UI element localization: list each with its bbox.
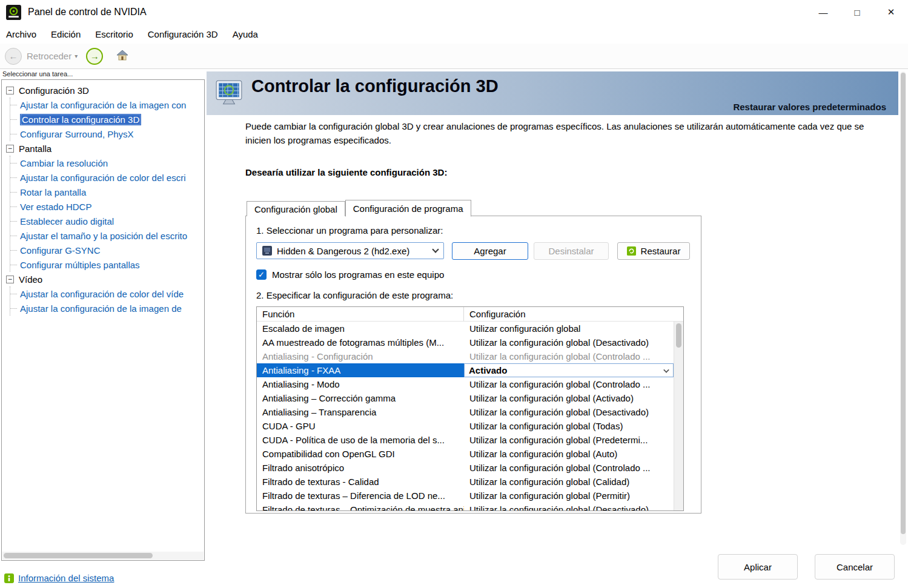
- function-cell[interactable]: AA muestreado de fotogramas múltiples (M…: [257, 335, 464, 349]
- setting-cell[interactable]: Utilizar la configuración global (Auto): [464, 447, 674, 461]
- back-history-dropdown[interactable]: ▾: [75, 53, 78, 59]
- setting-cell[interactable]: Utilizar la configuración global (Predet…: [464, 433, 674, 447]
- function-cell[interactable]: Antialiasing – Corrección gamma: [257, 391, 464, 405]
- setting-cell[interactable]: Utilizar la configuración global (Desact…: [464, 405, 674, 419]
- sidebar-item-imagen-video[interactable]: Ajustar la configuración de la imagen de: [10, 301, 204, 315]
- close-button[interactable]: ✕: [874, 0, 908, 24]
- minimize-button[interactable]: —: [806, 0, 840, 24]
- maximize-button[interactable]: □: [840, 0, 874, 24]
- sidebar-item-color-escritorio[interactable]: Ajustar la configuración de color del es…: [10, 170, 204, 185]
- function-cell[interactable]: CUDA - Política de uso de la memoria del…: [257, 433, 464, 447]
- setting-cell[interactable]: Utilizar la configuración global (Contro…: [464, 377, 674, 391]
- back-button-label[interactable]: Retroceder: [27, 51, 71, 61]
- table-row[interactable]: AA muestreado de fotogramas múltiples (M…: [257, 335, 683, 349]
- setting-cell[interactable]: Utilizar la configuración global (Contro…: [464, 349, 674, 363]
- add-button[interactable]: Agregar: [452, 242, 528, 260]
- setting-value-dropdown[interactable]: Activado: [464, 363, 674, 377]
- table-row[interactable]: Antialiasing – Corrección gamma Utilizar…: [257, 391, 683, 405]
- table-row[interactable]: CUDA - GPU Utilizar la configuración glo…: [257, 419, 683, 433]
- collapse-box-icon[interactable]: −: [6, 276, 14, 283]
- menu-item-ayuda[interactable]: Ayuda: [233, 29, 258, 39]
- function-cell[interactable]: Antialiasing - Configuración: [257, 349, 464, 363]
- tab-configuracion-global[interactable]: Configuración global: [247, 201, 345, 216]
- home-button[interactable]: [113, 48, 132, 65]
- table-row[interactable]: Filtrado de texturas – Optimización de m…: [257, 503, 683, 511]
- tree-section-label[interactable]: Vídeo: [19, 274, 42, 285]
- tree-section-label[interactable]: Pantalla: [19, 144, 51, 154]
- uninstall-button[interactable]: Desinstalar: [534, 242, 609, 260]
- setting-cell[interactable]: Utilizar la configuración global (Todas): [464, 419, 674, 433]
- program-select-combobox[interactable]: Hidden & Dangerous 2 (hd2.exe): [256, 242, 444, 259]
- function-cell[interactable]: Antialiasing – Transparencia: [257, 405, 464, 419]
- sidebar-item-label[interactable]: Ajustar la configuración de color del es…: [20, 173, 185, 183]
- table-row-disabled[interactable]: Antialiasing - Configuración Utilizar la…: [257, 349, 683, 363]
- tree-section-pantalla[interactable]: − Pantalla: [6, 141, 204, 156]
- column-header-funcion[interactable]: Función: [257, 307, 464, 321]
- sidebar-horizontal-scrollbar-thumb[interactable]: [4, 553, 153, 558]
- setting-cell[interactable]: Utilizar la configuración global (Contro…: [464, 461, 674, 475]
- sidebar-item-ver-estado-hdcp[interactable]: Ver estado HDCP: [10, 199, 204, 214]
- back-button[interactable]: ←: [5, 48, 22, 65]
- function-cell[interactable]: Filtrado de texturas - Calidad: [257, 475, 464, 489]
- setting-cell[interactable]: Utilizar la configuración global (Permit…: [464, 489, 674, 503]
- setting-cell[interactable]: Utilizar la configuración global (Activa…: [464, 391, 674, 405]
- tab-configuracion-de-programa[interactable]: Configuración de programa: [345, 200, 471, 217]
- table-row[interactable]: CUDA - Política de uso de la memoria del…: [257, 433, 683, 447]
- tree-section-label[interactable]: Configuración 3D: [19, 85, 89, 96]
- content-vertical-scrollbar-thumb[interactable]: [901, 73, 906, 534]
- sidebar-item-label-selected[interactable]: Controlar la configuración 3D: [20, 114, 141, 125]
- sidebar-item-label[interactable]: Ver estado HDCP: [20, 202, 91, 212]
- table-vertical-scrollbar-thumb[interactable]: [676, 323, 681, 348]
- sidebar-item-label[interactable]: Cambiar la resolución: [20, 158, 108, 168]
- setting-cell[interactable]: Utilizar la configuración global (Desact…: [464, 335, 674, 349]
- sidebar-item-label[interactable]: Rotar la pantalla: [20, 187, 86, 197]
- table-row[interactable]: Escalado de imagen Utilizar configuració…: [257, 322, 683, 335]
- sidebar-item-label[interactable]: Ajustar la configuración de la imagen de: [20, 303, 182, 314]
- sidebar-item-multiples-pantallas[interactable]: Configurar múltiples pantallas: [10, 257, 204, 272]
- cancel-button[interactable]: Cancelar: [815, 554, 895, 580]
- sidebar-item-controlar-3d[interactable]: Controlar la configuración 3D: [10, 112, 204, 127]
- sidebar-horizontal-scrollbar[interactable]: [2, 552, 204, 560]
- table-row[interactable]: Antialiasing – Transparencia Utilizar la…: [257, 405, 683, 419]
- function-cell[interactable]: Filtrado de texturas – Optimización de m…: [257, 503, 464, 511]
- content-vertical-scrollbar[interactable]: [900, 71, 906, 545]
- show-only-programs-label[interactable]: Mostrar sólo los programas en este equip…: [272, 269, 444, 280]
- table-row[interactable]: Compatibilidad con OpenGL GDI Utilizar l…: [257, 447, 683, 461]
- sidebar-item-label[interactable]: Ajustar la configuración de la imagen co…: [20, 100, 186, 110]
- function-cell[interactable]: Antialiasing - FXAA: [257, 363, 464, 377]
- collapse-box-icon[interactable]: −: [6, 87, 14, 94]
- setting-cell[interactable]: Utilizar la configuración global (Desact…: [464, 503, 674, 511]
- column-header-configuracion[interactable]: Configuración: [464, 307, 683, 321]
- show-only-programs-checkbox[interactable]: ✓: [256, 269, 267, 280]
- menu-item-escritorio[interactable]: Escritorio: [95, 29, 133, 39]
- table-vertical-scrollbar[interactable]: [674, 322, 683, 510]
- function-cell[interactable]: Filtrado de texturas – Diferencia de LOD…: [257, 489, 464, 503]
- table-row[interactable]: Antialiasing - Modo Utilizar la configur…: [257, 377, 683, 391]
- table-row-selected[interactable]: Antialiasing - FXAA Activado: [257, 363, 683, 377]
- system-info[interactable]: Información del sistema: [4, 573, 114, 583]
- function-cell[interactable]: Compatibilidad con OpenGL GDI: [257, 447, 464, 461]
- table-row[interactable]: Filtrado de texturas – Diferencia de LOD…: [257, 489, 683, 503]
- sidebar-item-tamano-posicion[interactable]: Ajustar el tamaño y la posición del escr…: [10, 228, 204, 243]
- sidebar-item-audio-digital[interactable]: Establecer audio digital: [10, 214, 204, 228]
- sidebar-item-color-video[interactable]: Ajustar la configuración de color del ví…: [10, 286, 204, 301]
- sidebar-item-gsync[interactable]: Configurar G-SYNC: [10, 243, 204, 257]
- sidebar-item-rotar-pantalla[interactable]: Rotar la pantalla: [10, 185, 204, 199]
- function-cell[interactable]: CUDA - GPU: [257, 419, 464, 433]
- menu-item-archivo[interactable]: Archivo: [6, 29, 36, 39]
- system-info-link[interactable]: Información del sistema: [18, 573, 114, 583]
- sidebar-item-label[interactable]: Establecer audio digital: [20, 216, 114, 226]
- menu-item-configuracion-3d[interactable]: Configuración 3D: [148, 29, 218, 39]
- menu-item-edicion[interactable]: Edición: [51, 29, 81, 39]
- function-cell[interactable]: Escalado de imagen: [257, 322, 464, 335]
- sidebar-item-label[interactable]: Ajustar la configuración de color del ví…: [20, 289, 184, 299]
- show-only-programs-row[interactable]: ✓ Mostrar sólo los programas en este equ…: [256, 269, 444, 280]
- table-row[interactable]: Filtrado de texturas - Calidad Utilizar …: [257, 475, 683, 489]
- sidebar-item-label[interactable]: Configurar G-SYNC: [20, 245, 101, 256]
- restore-defaults-link[interactable]: Restaurar valores predeterminados: [733, 102, 886, 112]
- sidebar-item-ajustar-imagen[interactable]: Ajustar la configuración de la imagen co…: [10, 97, 204, 112]
- sidebar-item-label[interactable]: Configurar múltiples pantallas: [20, 260, 140, 270]
- setting-cell[interactable]: Utilizar la configuración global (Calida…: [464, 475, 674, 489]
- sidebar-item-label[interactable]: Configurar Surround, PhysX: [20, 129, 134, 139]
- table-row[interactable]: Filtrado anisotrópico Utilizar la config…: [257, 461, 683, 475]
